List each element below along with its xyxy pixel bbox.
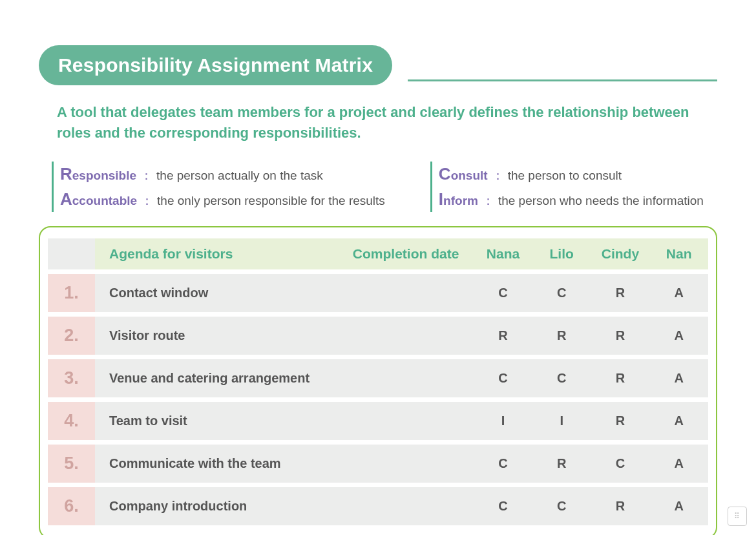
raci-cell: C bbox=[532, 359, 591, 397]
table-row: 6.Company introductionCCRA bbox=[48, 487, 708, 525]
row-task: Contact window bbox=[95, 274, 338, 312]
row-number: 1. bbox=[48, 274, 95, 312]
raci-cell: R bbox=[591, 402, 650, 440]
raci-cell: A bbox=[649, 359, 708, 397]
row-date bbox=[338, 445, 474, 483]
legend-term: Inform bbox=[439, 187, 478, 212]
header-blank bbox=[48, 238, 95, 269]
row-date bbox=[338, 274, 474, 312]
subtitle: A tool that delegates team members for a… bbox=[57, 102, 690, 143]
raci-cell: C bbox=[532, 487, 591, 525]
raci-cell: C bbox=[591, 445, 650, 483]
legend-sep: ： bbox=[492, 167, 504, 185]
raci-table: Agenda for visitors Completion date Nana… bbox=[48, 234, 708, 530]
table-row: 2.Visitor routeRRRA bbox=[48, 317, 708, 355]
row-date bbox=[338, 487, 474, 525]
title-row: Responsibility Assignment Matrix bbox=[39, 45, 717, 85]
row-number: 5. bbox=[48, 445, 95, 483]
raci-cell: R bbox=[532, 317, 591, 355]
legend: Responsible ： the person actually on the… bbox=[52, 162, 717, 212]
legend-term: Responsible bbox=[60, 162, 136, 187]
row-task: Venue and catering arrangement bbox=[95, 359, 338, 397]
row-task: Visitor route bbox=[95, 317, 338, 355]
row-number: 4. bbox=[48, 402, 95, 440]
raci-cell: R bbox=[591, 317, 650, 355]
row-date bbox=[338, 359, 474, 397]
legend-col-right: Consult ： the person to consult Inform ：… bbox=[430, 162, 704, 212]
row-number: 6. bbox=[48, 487, 95, 525]
legend-desc: the person who needs the information bbox=[498, 192, 704, 211]
row-date bbox=[338, 402, 474, 440]
raci-cell: I bbox=[474, 402, 532, 440]
table-row: 4.Team to visitIIRA bbox=[48, 402, 708, 440]
legend-accountable: Accountable ： the only person responsibl… bbox=[60, 187, 385, 212]
legend-col-left: Responsible ： the person actually on the… bbox=[52, 162, 385, 212]
row-number: 3. bbox=[48, 359, 95, 397]
raci-cell: C bbox=[532, 274, 591, 312]
legend-desc: the person actually on the task bbox=[156, 167, 323, 185]
raci-cell: C bbox=[474, 274, 532, 312]
legend-sep: ： bbox=[141, 192, 153, 211]
row-number: 2. bbox=[48, 317, 95, 355]
raci-cell: R bbox=[591, 274, 650, 312]
raci-cell: A bbox=[649, 317, 708, 355]
watermark-icon: ⠿ bbox=[728, 507, 747, 526]
header-person-1: Lilo bbox=[532, 238, 591, 269]
raci-cell: A bbox=[649, 445, 708, 483]
raci-cell: C bbox=[474, 445, 532, 483]
table-row: 3.Venue and catering arrangementCCRA bbox=[48, 359, 708, 397]
row-task: Team to visit bbox=[95, 402, 338, 440]
row-date bbox=[338, 317, 474, 355]
table-row: 1.Contact windowCCRA bbox=[48, 274, 708, 312]
header-person-3: Nan bbox=[649, 238, 708, 269]
raci-cell: C bbox=[474, 359, 532, 397]
raci-cell: A bbox=[649, 487, 708, 525]
raci-cell: R bbox=[474, 317, 532, 355]
legend-desc: the only person responsible for the resu… bbox=[157, 192, 385, 211]
legend-term: Accountable bbox=[60, 187, 137, 212]
legend-term: Consult bbox=[439, 162, 488, 187]
legend-sep: ： bbox=[482, 192, 494, 211]
title-underline bbox=[408, 79, 717, 81]
legend-responsible: Responsible ： the person actually on the… bbox=[60, 162, 385, 187]
legend-sep: ： bbox=[140, 167, 152, 185]
legend-consult: Consult ： the person to consult bbox=[439, 162, 704, 187]
legend-desc: the person to consult bbox=[508, 167, 622, 185]
header-person-0: Nana bbox=[474, 238, 532, 269]
header-agenda: Agenda for visitors bbox=[95, 238, 338, 269]
table-row: 5.Communicate with the teamCRCA bbox=[48, 445, 708, 483]
row-task: Communicate with the team bbox=[95, 445, 338, 483]
raci-cell: A bbox=[649, 274, 708, 312]
raci-cell: I bbox=[532, 402, 591, 440]
table-header-row: Agenda for visitors Completion date Nana… bbox=[48, 238, 708, 269]
header-person-2: Cindy bbox=[591, 238, 650, 269]
raci-cell: C bbox=[474, 487, 532, 525]
raci-cell: R bbox=[591, 487, 650, 525]
raci-cell: R bbox=[591, 359, 650, 397]
page-title: Responsibility Assignment Matrix bbox=[39, 45, 392, 85]
matrix-frame: Agenda for visitors Completion date Nana… bbox=[39, 226, 717, 535]
legend-inform: Inform ： the person who needs the inform… bbox=[439, 187, 704, 212]
header-date: Completion date bbox=[338, 238, 474, 269]
raci-cell: A bbox=[649, 402, 708, 440]
row-task: Company introduction bbox=[95, 487, 338, 525]
raci-cell: R bbox=[532, 445, 591, 483]
